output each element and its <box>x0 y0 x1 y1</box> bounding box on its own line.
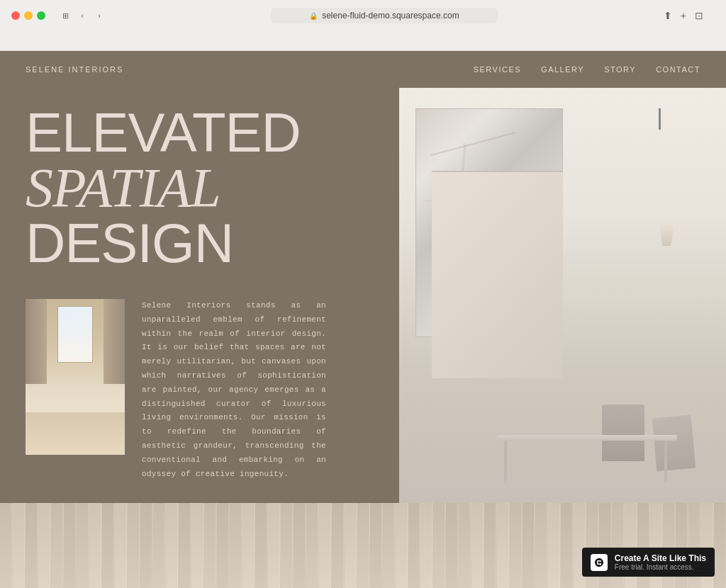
nav-link-contact[interactable]: CONTACT <box>656 65 700 74</box>
hero-right <box>399 88 726 503</box>
url-text: selene-fluid-demo.squarespace.com <box>322 11 459 21</box>
navbar: SELENE INTERIORS SERVICES GALLERY STORY … <box>0 51 726 88</box>
lock-icon: 🔒 <box>309 12 318 20</box>
hero-section: ELEVATED SPATIAL DESIGN Selene Interiors… <box>0 88 726 503</box>
headline-line2: SPATIAL <box>26 160 374 215</box>
squarespace-badge[interactable]: Create A Site Like This Free trial. Inst… <box>582 548 715 577</box>
sq-logo-icon <box>591 554 608 571</box>
nav-link-gallery[interactable]: GALLERY <box>541 65 584 74</box>
close-button[interactable] <box>11 11 20 20</box>
forward-icon[interactable]: › <box>94 10 105 21</box>
nav-links: SERVICES GALLERY STORY CONTACT <box>474 65 700 74</box>
new-tab-icon[interactable]: + <box>681 10 686 21</box>
room-thumbnail <box>26 299 125 455</box>
sidebar-toggle-icon[interactable]: ⊞ <box>60 10 71 21</box>
headline-line3: DESIGN <box>26 212 233 274</box>
nav-link-services[interactable]: SERVICES <box>474 65 521 74</box>
sq-title: Create A Site Like This <box>615 553 706 563</box>
back-icon[interactable]: ‹ <box>77 10 88 21</box>
sq-subtitle: Free trial. Instant access. <box>615 563 706 571</box>
nav-logo[interactable]: SELENE INTERIORS <box>26 65 123 74</box>
website: SELENE INTERIORS SERVICES GALLERY STORY … <box>0 51 726 588</box>
hero-description: Selene Interiors stands as an unparallel… <box>142 299 326 481</box>
tabs-icon[interactable]: ⊡ <box>695 10 703 21</box>
address-bar[interactable]: 🔒 selene-fluid-demo.squarespace.com <box>113 8 655 23</box>
browser-actions: ⬆ + ⊡ <box>664 10 715 21</box>
hero-middle-row: Selene Interiors stands as an unparallel… <box>26 299 374 481</box>
kitchen-image <box>399 88 726 503</box>
window-controls: ⊞ ‹ › <box>60 10 105 21</box>
hero-left: ELEVATED SPATIAL DESIGN Selene Interiors… <box>0 88 399 503</box>
share-icon[interactable]: ⬆ <box>664 10 672 21</box>
url-field[interactable]: 🔒 selene-fluid-demo.squarespace.com <box>271 8 498 23</box>
maximize-button[interactable] <box>37 11 45 20</box>
browser-chrome: ⊞ ‹ › 🔒 selene-fluid-demo.squarespace.co… <box>0 0 726 51</box>
minimize-button[interactable] <box>24 11 33 20</box>
hero-headline: ELEVATED SPATIAL DESIGN <box>26 105 374 271</box>
traffic-lights <box>11 11 45 20</box>
sq-text: Create A Site Like This Free trial. Inst… <box>615 553 706 571</box>
headline-line1: ELEVATED <box>26 101 301 164</box>
nav-link-story[interactable]: STORY <box>604 65 636 74</box>
sq-logo-svg <box>593 557 605 568</box>
